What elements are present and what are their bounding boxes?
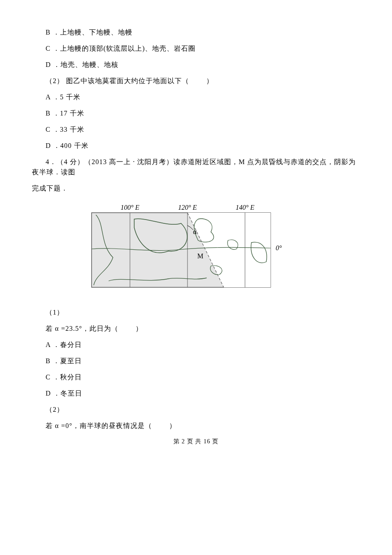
q4-sub1-text: 若 α =23.5°，此日为（ [46, 325, 118, 332]
option-d[interactable]: D ．地壳、地幔、地核 [32, 60, 360, 70]
q3-sub2-stem: （2） 图乙中该地莫霍面大约位于地面以下（） [32, 76, 360, 86]
alpha-label: α [193, 228, 197, 235]
q4-sub2-text: 若 α =0°，南半球的昼夜情况是（ [46, 422, 152, 429]
q4-sub2-stem: 若 α =0°，南半球的昼夜情况是（） [32, 421, 360, 431]
map-figure: 100° E 120° E 140° E 0° α M [83, 202, 360, 299]
q3s2-option-a[interactable]: A ．5 千米 [32, 92, 360, 102]
option-c[interactable]: C ．上地幔的顶部(软流层以上)、地壳、岩石圈 [32, 43, 360, 54]
q4s1-option-c[interactable]: C ．秋分日 [32, 372, 360, 382]
q4-sub2-num: （2） [32, 405, 360, 415]
q4s1-option-a[interactable]: A ．春分日 [32, 340, 360, 350]
q4-sub1-stem: 若 α =23.5°，此日为（） [32, 324, 360, 334]
q3s2-option-b[interactable]: B ．17 千米 [32, 108, 360, 119]
q4-sub1-num: （1） [32, 307, 360, 318]
lon-120e-label: 120° E [178, 204, 197, 211]
q4-sub1-close: ） [135, 325, 143, 332]
lon-100e-label: 100° E [121, 204, 139, 211]
q4-stem-line2: 完成下题． [32, 183, 360, 194]
q4s1-option-b[interactable]: B ．夏至日 [32, 356, 360, 366]
page-footer: 第 2 页 共 16 页 [32, 437, 360, 446]
lat-0-label: 0° [276, 244, 282, 251]
q4-sub2-close: ） [169, 422, 176, 429]
m-point-label: M [197, 252, 203, 260]
q3s2-option-c[interactable]: C ．33 千米 [32, 124, 360, 135]
q3-sub2-text: （2） 图乙中该地莫霍面大约位于地面以下（ [46, 77, 189, 84]
map-svg: 100° E 120° E 140° E 0° α M [83, 202, 283, 296]
q3-sub2-close: ） [206, 77, 213, 84]
q3s2-option-d[interactable]: D ．400 千米 [32, 141, 360, 151]
q4-stem-line1: 4．（4 分）（2013 高一上 · 沈阳月考）读赤道附近区域图，M 点为晨昏线… [32, 157, 360, 177]
lon-140e-label: 140° E [236, 204, 254, 211]
option-b[interactable]: B ．上地幔、下地幔、地幔 [32, 27, 360, 38]
q4s1-option-d[interactable]: D ．冬至日 [32, 388, 360, 399]
